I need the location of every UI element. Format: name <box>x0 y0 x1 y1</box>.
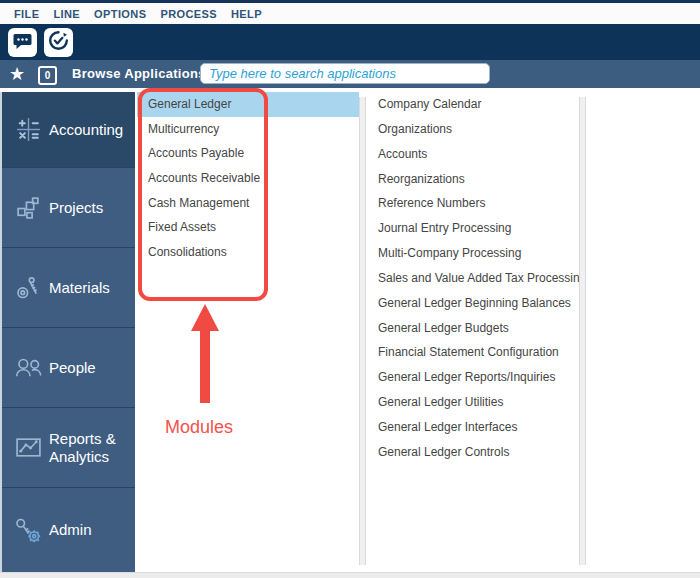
menu-options[interactable]: OPTIONS <box>94 8 146 20</box>
modules-list: General Ledger Multicurrency Accounts Pa… <box>137 92 359 265</box>
sidebar-item-accounting[interactable]: Accounting <box>2 92 135 167</box>
menu-file[interactable]: FILE <box>14 8 39 20</box>
sidebar-item-materials[interactable]: Materials <box>2 247 135 327</box>
app-item-multi-company-processing[interactable]: Multi-Company Processing <box>368 241 578 266</box>
module-item-accounts-receivable[interactable]: Accounts Receivable <box>137 166 359 191</box>
scheduled-tasks-button[interactable] <box>44 28 73 57</box>
calculator-icon <box>11 116 45 143</box>
module-item-multicurrency[interactable]: Multicurrency <box>137 117 359 142</box>
sidebar-item-projects[interactable]: Projects <box>2 167 135 247</box>
blocks-icon <box>11 194 45 221</box>
chat-icon <box>12 30 33 55</box>
secondary-toolbar: ★ 0 Browse Applications <box>0 60 700 88</box>
sidebar-item-label: Projects <box>45 199 103 217</box>
menu-help[interactable]: HELP <box>231 8 262 20</box>
sidebar-item-label: Admin <box>45 521 92 539</box>
app-item-journal-entry-processing[interactable]: Journal Entry Processing <box>368 216 578 241</box>
bottom-edge-strip <box>0 572 700 578</box>
annotation-label: Modules <box>165 417 233 438</box>
browse-applications-label: Browse Applications <box>72 60 206 88</box>
menu-process[interactable]: PROCESS <box>160 8 217 20</box>
module-item-cash-management[interactable]: Cash Management <box>137 191 359 216</box>
app-item-gl-beginning-balances[interactable]: General Ledger Beginning Balances <box>368 291 578 316</box>
app-item-reorganizations[interactable]: Reorganizations <box>368 167 578 192</box>
app-item-organizations[interactable]: Organizations <box>368 117 578 142</box>
app-item-gl-interfaces[interactable]: General Ledger Interfaces <box>368 415 578 440</box>
favorites-star-icon[interactable]: ★ <box>9 61 25 87</box>
app-item-sales-vat-processing[interactable]: Sales and Value Added Tax Processing <box>368 266 578 291</box>
key-gear-icon <box>11 516 45 545</box>
app-item-gl-reports-inquiries[interactable]: General Ledger Reports/Inquiries <box>368 365 578 390</box>
module-item-consolidations[interactable]: Consolidations <box>137 240 359 265</box>
line-chart-icon <box>11 434 45 461</box>
app-item-accounts[interactable]: Accounts <box>368 142 578 167</box>
counter-badge[interactable]: 0 <box>38 66 57 85</box>
sidebar-item-people[interactable]: People <box>2 327 135 407</box>
app-item-company-calendar[interactable]: Company Calendar <box>368 92 578 117</box>
sidebar-item-admin[interactable]: Admin <box>2 487 135 572</box>
search-input[interactable] <box>200 63 490 84</box>
app-item-financial-statement-configuration[interactable]: Financial Statement Configuration <box>368 340 578 365</box>
sidebar-item-label: People <box>45 359 96 377</box>
chat-button[interactable] <box>8 28 37 57</box>
sidebar-item-label: Materials <box>45 279 110 297</box>
applications-list: Company Calendar Organizations Accounts … <box>368 92 578 465</box>
primary-toolbar <box>0 24 700 60</box>
app-item-gl-utilities[interactable]: General Ledger Utilities <box>368 390 578 415</box>
app-item-gl-budgets[interactable]: General Ledger Budgets <box>368 316 578 341</box>
sidebar-item-label: Reports & Analytics <box>45 430 135 466</box>
sidebar-item-label: Accounting <box>45 121 123 139</box>
modules-scrollbar[interactable] <box>359 97 366 565</box>
menu-bar: FILE LINE OPTIONS PROCESS HELP <box>0 3 700 24</box>
menu-line[interactable]: LINE <box>53 8 80 20</box>
nut-bolt-icon <box>11 274 45 301</box>
sidebar-item-reports-analytics[interactable]: Reports & Analytics <box>2 407 135 487</box>
sidebar: Accounting Projects <box>0 92 135 572</box>
applications-scrollbar[interactable] <box>579 97 586 565</box>
module-item-accounts-payable[interactable]: Accounts Payable <box>137 141 359 166</box>
app-item-reference-numbers[interactable]: Reference Numbers <box>368 191 578 216</box>
module-item-fixed-assets[interactable]: Fixed Assets <box>137 215 359 240</box>
people-icon <box>11 354 45 381</box>
app-item-gl-controls[interactable]: General Ledger Controls <box>368 440 578 465</box>
clock-check-icon <box>48 30 69 55</box>
annotation-arrow-up-icon <box>186 303 224 411</box>
module-item-general-ledger[interactable]: General Ledger <box>137 92 359 117</box>
